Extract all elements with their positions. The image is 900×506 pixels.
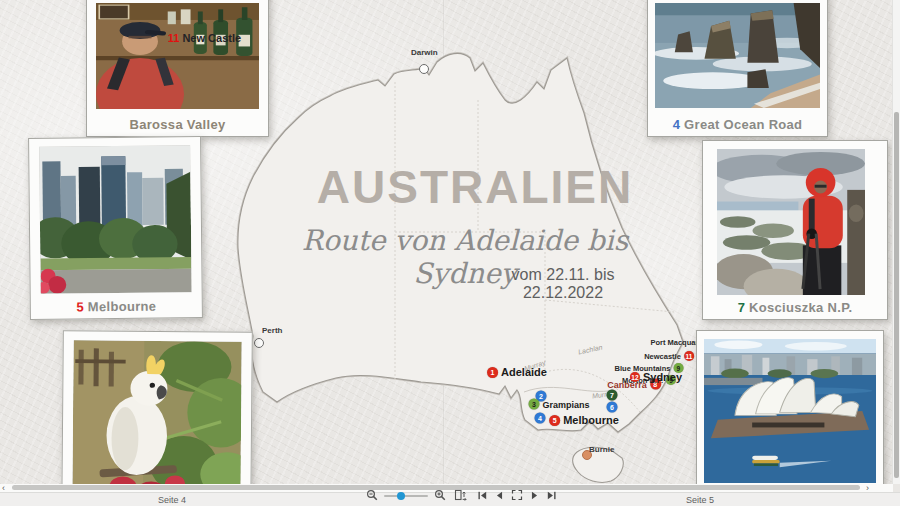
city-marker-perth: Perth	[254, 338, 264, 348]
photo-card-sydney-opera	[696, 330, 884, 484]
route-stop-7: 7	[607, 390, 618, 401]
city-dot	[419, 64, 429, 74]
ebook-viewer-window: AUSTRALIEN Route von Adelaide bis Sydney…	[0, 0, 900, 506]
viewer-toolbar	[366, 487, 557, 503]
stop-label: Grampians	[542, 399, 589, 409]
stop-number-badge: 6	[607, 402, 618, 413]
photo-twelve-apostles	[655, 3, 820, 108]
route-stop-3-grampians: 3Grampians	[528, 399, 589, 410]
city-marker-darwin: Darwin	[419, 64, 429, 74]
route-stop-1-adelaide: 1Adelaide	[487, 366, 547, 378]
stop-label: Sydney	[643, 371, 682, 383]
photo-kosciuszka-summit	[717, 149, 865, 295]
photo-card-barossa: 11 New Castle Barossa Valley	[86, 0, 269, 137]
photo-melbourne-skyline	[39, 145, 192, 294]
stop-number-badge: 1	[487, 367, 498, 378]
zoom-slider[interactable]	[384, 490, 428, 500]
city-marker-burnie: Burnie	[582, 450, 592, 460]
fit-page-icon[interactable]	[454, 489, 467, 501]
caption-great-ocean: Great Ocean Road	[684, 117, 802, 132]
stop-number-badge: 4	[535, 413, 546, 424]
zoom-in-icon[interactable]	[434, 489, 446, 501]
city-label: Darwin	[411, 48, 438, 57]
vertical-scrollbar-thumb[interactable]	[894, 112, 899, 478]
previous-page-icon[interactable]	[494, 490, 505, 501]
photo-card-cockatoo	[61, 330, 253, 484]
photobook-spread: AUSTRALIEN Route von Adelaide bis Sydney…	[0, 0, 893, 484]
route-stop-6: 6	[607, 402, 618, 413]
photo-cockatoo	[72, 340, 241, 484]
photo-barossa-valley: 11 New Castle	[96, 3, 259, 109]
route-stop-11-newcastle: Newcastle11	[644, 351, 694, 361]
page-number-right: Seite 5	[686, 495, 714, 505]
caption-kosciuszka: Kosciuszka N.P.	[749, 300, 852, 315]
last-page-icon[interactable]	[546, 490, 557, 501]
route-stop-4: 4	[535, 413, 546, 424]
city-dot	[254, 338, 264, 348]
fullscreen-toggle-icon[interactable]	[511, 489, 523, 501]
stop-number-badge: 5	[549, 415, 560, 426]
page-number-left: Seite 4	[158, 495, 186, 505]
photo-card-melbourne: 5 Melbourne	[28, 136, 203, 320]
caption-melbourne: Melbourne	[88, 299, 157, 315]
stop-label: Newcastle	[644, 352, 681, 361]
first-page-icon[interactable]	[477, 490, 488, 501]
stop-number-badge: 7	[607, 390, 618, 401]
caption-barossa: Barossa Valley	[130, 117, 226, 132]
stop-label: Adelaide	[501, 366, 547, 378]
city-label: Burnie	[589, 445, 614, 454]
stop-number-badge: 11	[684, 351, 694, 361]
route-stop-5-melbourne: 5Melbourne	[549, 414, 619, 426]
next-page-icon[interactable]	[529, 490, 540, 501]
stop-number-badge: 3	[528, 399, 539, 410]
zoom-slider-thumb[interactable]	[397, 492, 405, 500]
map-date-range: vom 22.11. bis 22.12.2022	[483, 266, 643, 302]
caption-great-ocean-number: 4	[673, 117, 681, 132]
map-title: AUSTRALIEN	[300, 160, 650, 214]
zoom-out-icon[interactable]	[366, 489, 378, 501]
photo-card-great-ocean-road: 4 Great Ocean Road	[647, 0, 828, 137]
photo-card-kosciuszka: 7 Kosciuszka N.P.	[702, 140, 888, 320]
photo-sydney-opera-house	[704, 339, 876, 483]
photo-overlay-label: 11 New Castle	[168, 32, 241, 44]
caption-kosciuszka-number: 7	[738, 300, 746, 315]
vertical-scrollbar[interactable]	[892, 0, 900, 484]
caption-melbourne-number: 5	[76, 299, 84, 314]
stop-label: Melbourne	[563, 414, 619, 426]
city-label: Perth	[262, 326, 282, 335]
stop-number-badge: 12	[630, 372, 640, 382]
route-stop-12-sydney: 12Sydney	[630, 371, 682, 383]
